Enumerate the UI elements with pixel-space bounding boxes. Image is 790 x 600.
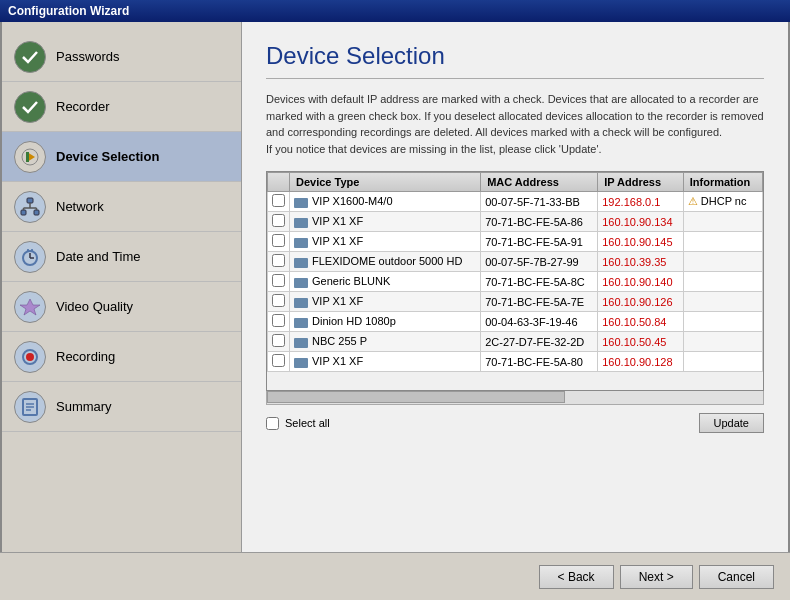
footer: < Back Next > Cancel	[0, 552, 790, 600]
row-device-type: VIP X1 XF	[290, 232, 481, 252]
sidebar-item-label: Video Quality	[56, 299, 133, 314]
row-checkbox-cell[interactable]	[268, 292, 290, 312]
page-title: Device Selection	[266, 42, 764, 79]
row-device-type: VIP X1 XF	[290, 212, 481, 232]
sidebar-item-summary[interactable]: Summary	[2, 382, 241, 432]
row-device-type: VIP X1 XF	[290, 292, 481, 312]
date-time-icon	[14, 241, 46, 273]
svg-rect-4	[21, 210, 26, 215]
sidebar: Passwords Recorder Device Selection	[2, 22, 242, 598]
row-checkbox-cell[interactable]	[268, 212, 290, 232]
row-mac: 00-04-63-3F-19-46	[481, 312, 598, 332]
col-header-check	[268, 173, 290, 192]
row-checkbox-cell[interactable]	[268, 372, 290, 373]
table-row: VIP X1 XF70-71-BC-FE-5A-86160.10.90.134	[268, 212, 763, 232]
row-ip: 192.168.0.1	[598, 192, 684, 212]
table-row: VIP X1 XF70-71-BC-FE-5A-91160.10.90.145	[268, 232, 763, 252]
device-type-icon	[294, 198, 308, 208]
summary-icon	[14, 391, 46, 423]
svg-rect-3	[27, 198, 33, 203]
col-header-ip: IP Address	[598, 173, 684, 192]
svg-marker-2	[26, 152, 29, 162]
device-type-icon	[294, 238, 308, 248]
table-row: FLEXIDOME outdoor 5000 HD00-07-5F-7B-27-…	[268, 252, 763, 272]
recorder-icon	[14, 91, 46, 123]
row-checkbox[interactable]	[272, 274, 285, 287]
sidebar-item-date-time[interactable]: Date and Time	[2, 232, 241, 282]
row-mac: 70-71-BC-FE-5A-8C	[481, 272, 598, 292]
device-type-icon	[294, 258, 308, 268]
svg-marker-15	[20, 299, 40, 315]
col-header-info: Information	[683, 173, 762, 192]
row-checkbox[interactable]	[272, 254, 285, 267]
row-checkbox-cell[interactable]	[268, 352, 290, 372]
row-info	[683, 372, 762, 373]
device-type-icon	[294, 338, 308, 348]
cancel-button[interactable]: Cancel	[699, 565, 774, 589]
device-type-icon	[294, 358, 308, 368]
row-checkbox-cell[interactable]	[268, 232, 290, 252]
col-header-device-type: Device Type	[290, 173, 481, 192]
svg-point-17	[26, 353, 34, 361]
row-info	[683, 312, 762, 332]
row-checkbox[interactable]	[272, 234, 285, 247]
row-checkbox-cell[interactable]	[268, 332, 290, 352]
row-checkbox[interactable]	[272, 354, 285, 367]
table-scroll[interactable]: Device Type MAC Address IP Address Infor…	[267, 172, 763, 372]
row-ip: 160.10.90.126	[598, 292, 684, 312]
table-row: VIP X1 XF70-71-BC-FE-5A-7F160.10.90.127	[268, 372, 763, 373]
sidebar-item-recorder[interactable]: Recorder	[2, 82, 241, 132]
horizontal-scrollbar[interactable]	[266, 391, 764, 405]
svg-rect-5	[34, 210, 39, 215]
row-checkbox-cell[interactable]	[268, 192, 290, 212]
title-bar-label: Configuration Wizard	[8, 4, 129, 18]
sidebar-item-label: Network	[56, 199, 104, 214]
row-info	[683, 252, 762, 272]
row-checkbox[interactable]	[272, 314, 285, 327]
row-checkbox[interactable]	[272, 334, 285, 347]
update-button[interactable]: Update	[699, 413, 764, 433]
bottom-controls: Select all Update	[266, 413, 764, 433]
row-ip: 160.10.90.127	[598, 372, 684, 373]
select-all-checkbox[interactable]	[266, 417, 279, 430]
row-checkbox[interactable]	[272, 194, 285, 207]
sidebar-item-video-quality[interactable]: Video Quality	[2, 282, 241, 332]
sidebar-item-network[interactable]: Network	[2, 182, 241, 232]
row-device-type: Dinion HD 1080p	[290, 312, 481, 332]
sidebar-item-label: Device Selection	[56, 149, 159, 164]
sidebar-item-label: Passwords	[56, 49, 120, 64]
next-button[interactable]: Next >	[620, 565, 693, 589]
row-checkbox-cell[interactable]	[268, 312, 290, 332]
select-all-label[interactable]: Select all	[266, 417, 330, 430]
device-table: Device Type MAC Address IP Address Infor…	[267, 172, 763, 372]
row-device-type: NBC 255 P	[290, 332, 481, 352]
row-checkbox[interactable]	[272, 214, 285, 227]
network-icon	[14, 191, 46, 223]
back-button[interactable]: < Back	[539, 565, 614, 589]
warning-icon: ⚠	[688, 195, 698, 207]
sidebar-item-label: Date and Time	[56, 249, 141, 264]
sidebar-item-recording[interactable]: Recording	[2, 332, 241, 382]
sidebar-item-label: Recording	[56, 349, 115, 364]
row-checkbox-cell[interactable]	[268, 272, 290, 292]
row-checkbox-cell[interactable]	[268, 252, 290, 272]
table-row: Generic BLUNK70-71-BC-FE-5A-8C160.10.90.…	[268, 272, 763, 292]
recording-icon	[14, 341, 46, 373]
scrollbar-thumb[interactable]	[267, 391, 565, 403]
device-type-icon	[294, 278, 308, 288]
row-ip: 160.10.50.84	[598, 312, 684, 332]
svg-rect-13	[27, 249, 29, 252]
sidebar-item-label: Recorder	[56, 99, 109, 114]
row-ip: 160.10.90.140	[598, 272, 684, 292]
device-selection-icon	[14, 141, 46, 173]
row-info	[683, 212, 762, 232]
title-bar: Configuration Wizard	[0, 0, 790, 22]
sidebar-item-device-selection[interactable]: Device Selection	[2, 132, 241, 182]
row-checkbox[interactable]	[272, 294, 285, 307]
row-info	[683, 332, 762, 352]
sidebar-item-passwords[interactable]: Passwords	[2, 32, 241, 82]
passwords-icon	[14, 41, 46, 73]
main-container: Passwords Recorder Device Selection	[0, 22, 790, 600]
row-ip: 160.10.90.145	[598, 232, 684, 252]
device-type-icon	[294, 218, 308, 228]
